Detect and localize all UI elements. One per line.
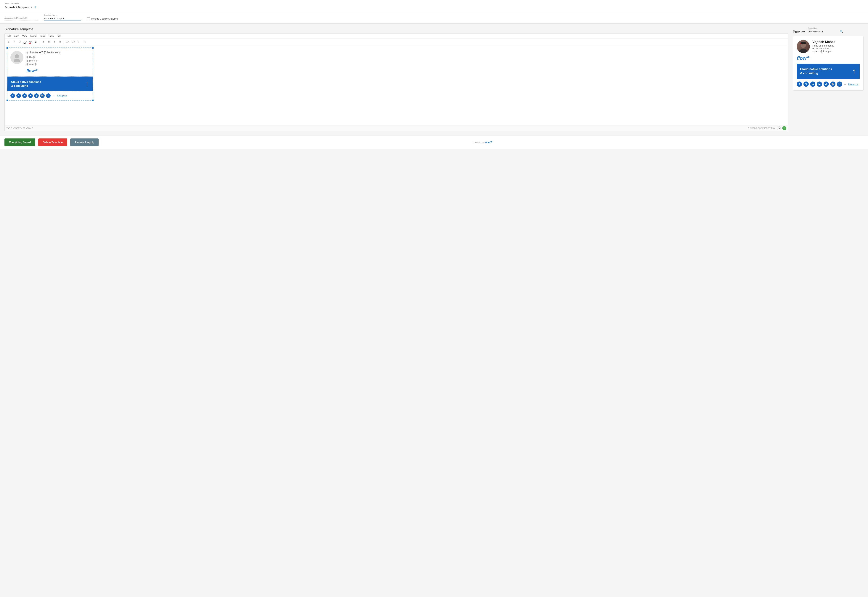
resize-handle-bl[interactable] <box>6 100 8 101</box>
add-template-button[interactable]: + <box>34 5 37 9</box>
resize-handle-tr[interactable] <box>92 47 94 49</box>
everything-saved-button[interactable]: Everything Saved <box>4 138 36 146</box>
select-user-input[interactable] <box>808 30 839 33</box>
numbered-list-icon: ☰ <box>71 40 74 43</box>
template-name-input[interactable] <box>44 17 81 21</box>
github-icon: ⌥ <box>46 94 50 98</box>
outdent-button[interactable]: ⇤ <box>76 39 81 44</box>
sig-avatar <box>10 51 24 64</box>
menu-bar: Edit Insert View Format Table Tools Help <box>4 34 788 39</box>
sig-banner-text: Cloud native solutions & consulting <box>11 80 41 88</box>
preview-info: Vojtech Mašek Head of engineering +420 7… <box>812 40 860 53</box>
preview-banner-line2: & consulting <box>800 72 818 75</box>
clear-format-button[interactable]: Ix <box>34 39 39 44</box>
toolbar: B I U A ▾ A ▾ Ix ≡ ≡ ≡ ≡ ☰ <box>4 39 788 45</box>
preview-header: Preview Select User 🔍 <box>793 27 864 34</box>
resize-handle-br[interactable] <box>92 100 94 101</box>
align-justify-button[interactable]: ≡ <box>58 39 62 44</box>
numbered-list-chevron: ▾ <box>74 41 75 43</box>
preview-flow-sup: up <box>806 55 810 58</box>
prev-mastodon-icon: 🐘 <box>830 82 835 87</box>
bullet-list-dropdown[interactable]: ☰ ▾ <box>65 39 70 44</box>
prev-linkedin-icon: in <box>810 82 815 87</box>
analytics-label: Include Google Analytics <box>91 17 118 20</box>
search-user-icon[interactable]: 🔍 <box>840 30 843 33</box>
menu-insert[interactable]: Insert <box>14 35 19 37</box>
bold-button[interactable]: B <box>6 39 11 44</box>
preview-banner-text: Cloud native solutions & consulting <box>800 67 832 76</box>
font-color-icon: A <box>29 40 31 44</box>
prev-github-icon: ⌥ <box>837 82 842 87</box>
bullet-list-icon: ☰ <box>66 40 68 43</box>
align-center-button[interactable]: ≡ <box>46 39 51 44</box>
font-color-dropdown[interactable]: A ▾ <box>28 39 33 44</box>
font-color-chevron: ▾ <box>31 41 32 43</box>
analytics-checkbox-row: Include Google Analytics <box>87 17 118 21</box>
editor-container: Edit Insert View Format Table Tools Help… <box>4 34 788 131</box>
menu-view[interactable]: View <box>22 35 27 37</box>
sig-phone-placeholder: {{ .phone }} <box>27 59 90 62</box>
underline-button[interactable]: U <box>17 39 22 44</box>
footer-flow-logo: flowup <box>485 141 492 144</box>
delete-template-button[interactable]: Delete Template <box>38 138 67 146</box>
svg-point-1 <box>14 59 20 62</box>
preview-title: Preview <box>793 30 805 34</box>
align-right-button[interactable]: ≡ <box>52 39 57 44</box>
italic-button[interactable]: I <box>12 39 16 44</box>
linkedin-icon: in <box>22 94 27 98</box>
preview-user-photo <box>797 40 810 53</box>
editor-body[interactable]: {{ .firstName }} {{ .lastName }} {{ .tit… <box>4 45 788 125</box>
prev-instagram-icon: ◎ <box>824 82 829 87</box>
bullet-list-chevron: ▾ <box>68 41 69 43</box>
instagram-icon: ◎ <box>34 94 39 98</box>
main-content: Signature Template Edit Insert View Form… <box>0 24 868 135</box>
menu-tools[interactable]: Tools <box>48 35 53 37</box>
svg-rect-6 <box>800 43 806 44</box>
align-left-button[interactable]: ≡ <box>41 39 46 44</box>
mastodon-icon: 🐘 <box>40 94 44 98</box>
text-color-dropdown[interactable]: A ▾ <box>23 39 28 44</box>
indent-button[interactable]: ⇥ <box>82 39 87 44</box>
toolbar-separator-2 <box>64 40 64 44</box>
power-button[interactable]: ⏻ <box>777 126 781 130</box>
signature-info-row: {{ .firstName }} {{ .lastName }} {{ .tit… <box>7 48 93 76</box>
text-color-icon: A <box>24 40 25 44</box>
sig-website-link[interactable]: flowup.cz <box>57 94 67 97</box>
preview-social-row: f 𝕏 in ▶ ◎ 🐘 ⌥ → flowup.cz <box>797 82 860 87</box>
template-name-group: Template Name <box>44 14 81 21</box>
menu-help[interactable]: Help <box>56 35 61 37</box>
top-section: Select Template Screnshot Template ▾ + <box>0 0 868 12</box>
menu-format[interactable]: Format <box>30 35 37 37</box>
preview-flow-logo: flowup <box>797 55 860 61</box>
prev-twitter-icon: 𝕏 <box>803 82 809 87</box>
refresh-button[interactable]: ↺ <box>782 126 787 130</box>
preview-top: Vojtech Mašek Head of engineering +420 7… <box>797 40 860 53</box>
preview-banner-arrow: ↑ <box>852 67 856 76</box>
prev-facebook-icon: f <box>797 82 802 87</box>
review-apply-button[interactable]: Review & Apply <box>70 138 99 146</box>
flow-logo-text: flowup <box>27 68 38 73</box>
analytics-checkbox[interactable] <box>87 17 90 20</box>
sig-info: {{ .firstName }} {{ .lastName }} {{ .tit… <box>27 51 90 73</box>
signature-template-section: Signature Template Edit Insert View Form… <box>4 27 788 132</box>
select-template-label: Select Template <box>4 2 864 4</box>
template-select-dropdown[interactable]: Screnshot Template <box>4 6 30 9</box>
svg-point-4 <box>802 44 803 45</box>
resize-handle-tl[interactable] <box>6 47 8 49</box>
menu-table[interactable]: Table <box>40 35 46 37</box>
select-user-label: Select User <box>808 27 843 30</box>
select-user-row: 🔍 <box>808 30 843 34</box>
twitter-icon: 𝕏 <box>16 94 21 98</box>
bottom-bar: Everything Saved Delete Template Review … <box>0 135 868 149</box>
sig-email-placeholder: {{ .email }} <box>27 62 90 66</box>
facebook-icon: f <box>10 94 15 98</box>
numbered-list-dropdown[interactable]: ☰ ▾ <box>71 39 76 44</box>
svg-point-3 <box>799 49 807 53</box>
menu-edit[interactable]: Edit <box>7 35 11 37</box>
flow-logo-sup: up <box>35 68 38 71</box>
svg-point-0 <box>15 54 19 58</box>
prev-website-link[interactable]: flowup.cz <box>848 83 858 86</box>
preview-banner-line1: Cloud native solutions <box>800 68 832 71</box>
sig-banner: Cloud native solutions & consulting ↑ <box>7 76 93 91</box>
preview-banner: Cloud native solutions & consulting ↑ <box>797 64 860 79</box>
